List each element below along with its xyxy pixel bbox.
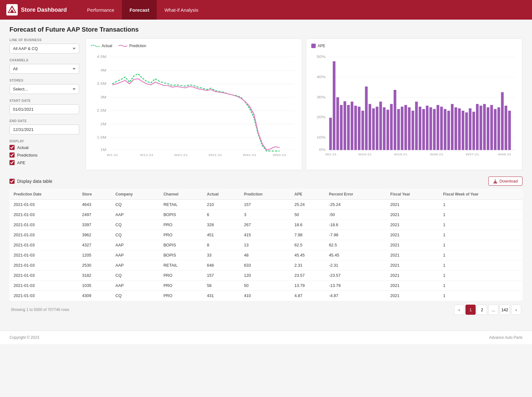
cell-channel: BOPIS bbox=[160, 210, 203, 220]
cell-prediction: 633 bbox=[240, 260, 290, 270]
svg-rect-69 bbox=[440, 107, 443, 150]
download-button[interactable]: Download bbox=[488, 177, 522, 186]
cell-ape: 2.31 bbox=[291, 260, 325, 270]
prediction-line-icon bbox=[118, 44, 127, 48]
cell-prediction: 157 bbox=[240, 200, 290, 210]
cell-fiscal-week: 1 bbox=[439, 281, 522, 291]
display-predictions: Predictions bbox=[10, 152, 79, 158]
svg-text:30%: 30% bbox=[317, 95, 326, 99]
nav-performance[interactable]: Performance bbox=[79, 0, 122, 20]
svg-rect-42 bbox=[344, 101, 346, 150]
svg-rect-52 bbox=[379, 102, 382, 150]
cell-company: CQ bbox=[112, 230, 160, 240]
svg-text:1.5M: 1.5M bbox=[97, 136, 106, 140]
ape-checkbox[interactable] bbox=[10, 160, 15, 165]
predictions-checkbox[interactable] bbox=[10, 152, 15, 158]
page-2-button[interactable]: 2 bbox=[477, 305, 487, 315]
page-ellipsis: ... bbox=[488, 305, 498, 315]
cell-actual: 648 bbox=[203, 260, 240, 270]
svg-rect-53 bbox=[383, 107, 385, 150]
cell-date: 2021-01-03 bbox=[10, 230, 79, 240]
logo-icon bbox=[6, 4, 18, 16]
cell-fiscal-week: 1 bbox=[439, 210, 522, 220]
svg-text:W1-21: W1-21 bbox=[326, 153, 337, 156]
cell-channel: RETAIL bbox=[160, 260, 203, 270]
svg-rect-38 bbox=[329, 118, 332, 150]
svg-rect-63 bbox=[419, 107, 421, 150]
cell-company: AAP bbox=[112, 250, 160, 260]
svg-text:40%: 40% bbox=[317, 75, 326, 79]
svg-text:W28-21: W28-21 bbox=[430, 153, 443, 156]
cell-channel: BOPIS bbox=[160, 250, 203, 260]
table-row: 2021-01-03 2530 AAP RETAIL 648 633 2.31 … bbox=[10, 260, 522, 270]
end-date-input[interactable]: 12/31/2021 bbox=[10, 125, 79, 134]
cell-company: AAP bbox=[112, 240, 160, 250]
svg-rect-67 bbox=[433, 109, 435, 150]
page-142-button[interactable]: 142 bbox=[500, 305, 510, 315]
col-prediction-date: Prediction Date bbox=[10, 189, 79, 200]
cell-actual: 157 bbox=[203, 270, 240, 281]
svg-text:4.5M: 4.5M bbox=[97, 55, 106, 59]
svg-rect-62 bbox=[415, 102, 418, 150]
actual-checkbox[interactable] bbox=[10, 145, 15, 150]
svg-text:W31-21: W31-21 bbox=[208, 153, 222, 157]
display-label: DISPLAY bbox=[10, 140, 79, 143]
channels-select[interactable]: All bbox=[10, 64, 79, 74]
predictions-label: Predictions bbox=[17, 153, 37, 158]
svg-text:W11-21: W11-21 bbox=[140, 153, 154, 157]
ape-box-icon bbox=[311, 44, 316, 48]
cell-company: AAP bbox=[112, 260, 160, 270]
display-table-checkbox[interactable] bbox=[10, 179, 15, 184]
svg-rect-41 bbox=[340, 105, 342, 150]
cell-fiscal-year: 2021 bbox=[387, 220, 440, 230]
cell-fiscal-year: 2021 bbox=[387, 281, 440, 291]
cell-channel: PRO bbox=[160, 281, 203, 291]
cell-prediction: 415 bbox=[240, 230, 290, 240]
next-page-button[interactable]: › bbox=[511, 305, 521, 315]
lob-select[interactable]: All AAP & CQ bbox=[10, 44, 79, 53]
svg-text:2.5M: 2.5M bbox=[97, 109, 106, 113]
cell-percent-error: -4.87 bbox=[325, 291, 387, 301]
cell-fiscal-year: 2021 bbox=[387, 250, 440, 260]
filter-end-date: END DATE 12/31/2021 bbox=[10, 119, 79, 134]
cell-fiscal-year: 2021 bbox=[387, 270, 440, 281]
cell-fiscal-year: 2021 bbox=[387, 240, 440, 250]
filters-sidebar: LINE OF BUSINESS All AAP & CQ CHANNELS A… bbox=[10, 38, 79, 170]
svg-text:1M: 1M bbox=[100, 148, 106, 152]
cell-fiscal-week: 1 bbox=[439, 200, 522, 210]
nav-forecast[interactable]: Forecast bbox=[122, 0, 157, 20]
cell-company: AAP bbox=[112, 210, 160, 220]
prev-page-button[interactable]: ‹ bbox=[454, 305, 464, 315]
stores-select[interactable]: Select... bbox=[10, 84, 79, 94]
cell-prediction: 120 bbox=[240, 270, 290, 281]
cell-channel: PRO bbox=[160, 270, 203, 281]
svg-text:50%: 50% bbox=[317, 55, 326, 59]
svg-rect-46 bbox=[358, 107, 360, 150]
cell-ape: 62.5 bbox=[291, 240, 325, 250]
filter-start-date: START DATE 01/01/2021 bbox=[10, 99, 79, 114]
showing-text: Showing 1 to 5000 of 707746 rows bbox=[11, 307, 69, 312]
display-ape: APE bbox=[10, 160, 79, 165]
cell-date: 2021-01-03 bbox=[10, 270, 79, 281]
nav-whatif[interactable]: What-if Analysis bbox=[157, 0, 206, 20]
cell-store: 3397 bbox=[78, 220, 111, 230]
cell-ape: 7.98 bbox=[291, 230, 325, 240]
pagination: ‹ 1 2 ... 142 › bbox=[454, 305, 521, 315]
page-1-button[interactable]: 1 bbox=[466, 305, 476, 315]
cell-percent-error: 45.45 bbox=[325, 250, 387, 260]
display-options: DISPLAY Actual Predictions APE bbox=[10, 140, 79, 165]
start-date-input[interactable]: 01/01/2021 bbox=[10, 104, 79, 114]
cell-ape: 13.79 bbox=[291, 281, 325, 291]
actual-label: Actual bbox=[17, 145, 28, 150]
cell-actual: 431 bbox=[203, 291, 240, 301]
channels-label: CHANNELS bbox=[10, 59, 79, 62]
cell-percent-error: -18.6 bbox=[325, 220, 387, 230]
svg-text:W1-21: W1-21 bbox=[107, 153, 118, 157]
cell-percent-error: -25.24 bbox=[325, 200, 387, 210]
cell-ape: 25.24 bbox=[291, 200, 325, 210]
cell-date: 2021-01-03 bbox=[10, 220, 79, 230]
cell-prediction: 410 bbox=[240, 291, 290, 301]
table-row: 2021-01-03 3182 CQ PRO 157 120 23.57 -23… bbox=[10, 270, 522, 281]
svg-rect-70 bbox=[444, 109, 446, 150]
stores-label: STORES bbox=[10, 79, 79, 82]
